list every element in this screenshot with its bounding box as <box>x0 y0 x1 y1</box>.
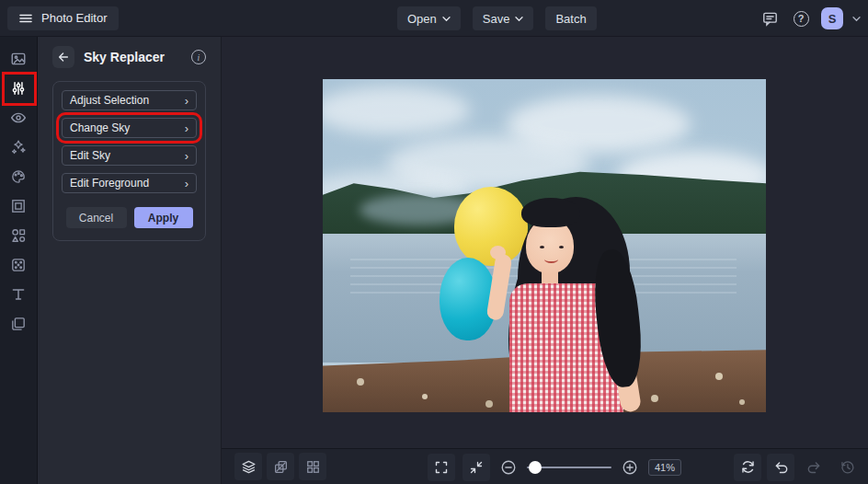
fit-to-screen-button[interactable] <box>463 454 490 481</box>
photo-canvas[interactable] <box>323 79 766 412</box>
panel-actions: Cancel Apply <box>62 207 197 228</box>
change-sky-button[interactable]: Change Sky › <box>62 118 197 138</box>
zoom-slider[interactable] <box>527 467 611 468</box>
zoom-controls: 41% <box>428 449 681 484</box>
info-button[interactable]: i <box>191 50 206 64</box>
templates-grid-button[interactable] <box>299 453 326 480</box>
reset-button[interactable] <box>734 454 761 481</box>
rail-item-text[interactable] <box>2 282 35 307</box>
adjust-selection-button[interactable]: Adjust Selection › <box>62 90 197 110</box>
rail-item-layers[interactable] <box>2 311 35 337</box>
rail-item-edit[interactable] <box>2 46 35 72</box>
text-icon <box>10 286 27 303</box>
edit-foreground-button[interactable]: Edit Foreground › <box>62 173 197 193</box>
graphics-shapes-icon <box>10 227 27 244</box>
sky-replacer-options-card: Adjust Selection › Change Sky › Edit Sky… <box>52 81 206 241</box>
tool-rail <box>0 37 38 484</box>
layers-copies-icon <box>10 316 27 332</box>
info-icon: i <box>191 50 206 64</box>
open-button[interactable]: Open <box>397 6 461 30</box>
user-avatar[interactable]: S <box>821 7 843 29</box>
zoom-percentage[interactable]: 41% <box>648 459 681 476</box>
back-button[interactable] <box>52 46 74 68</box>
minus-circle-icon <box>500 459 517 476</box>
transform-resize-icon <box>273 459 289 475</box>
history-controls <box>734 449 861 484</box>
topbar-right: ? S <box>759 0 861 37</box>
adjust-sliders-icon <box>10 80 27 97</box>
hamburger-menu-icon <box>18 11 33 26</box>
account-chevron-down-icon[interactable] <box>852 16 861 22</box>
undo-button[interactable] <box>767 454 794 481</box>
main-menu-button[interactable]: Photo Editor <box>7 6 119 30</box>
chevron-down-icon <box>442 16 451 22</box>
rail-item-frames[interactable] <box>2 193 35 219</box>
app-title: Photo Editor <box>41 11 108 25</box>
help-button[interactable]: ? <box>790 7 812 29</box>
plus-circle-icon <box>622 459 638 476</box>
refresh-icon <box>740 459 756 475</box>
chat-icon <box>762 11 778 27</box>
panel-title: Sky Replacer <box>84 50 165 64</box>
hand <box>490 246 506 259</box>
fullscreen-button[interactable] <box>428 454 455 481</box>
rail-item-artsy[interactable] <box>2 164 35 190</box>
eye <box>559 246 564 248</box>
rail-item-graphics[interactable] <box>2 223 35 248</box>
artsy-palette-icon <box>10 168 27 185</box>
history-clock-icon <box>839 459 855 475</box>
chevron-right-icon: › <box>185 178 188 190</box>
pebbles <box>323 355 325 357</box>
layers-stack-icon <box>241 459 257 475</box>
rail-item-touchup[interactable] <box>2 105 35 131</box>
chevron-down-icon <box>515 16 523 22</box>
frames-icon <box>10 198 27 214</box>
panel-header: Sky Replacer i <box>38 37 221 77</box>
chevron-right-icon: › <box>185 150 188 162</box>
sky-replacer-panel: Sky Replacer i Adjust Selection › Change… <box>38 37 222 484</box>
arrow-left-icon <box>57 51 70 63</box>
overlays-texture-icon <box>10 257 27 273</box>
eye <box>540 246 544 248</box>
layers-panel-button[interactable] <box>234 453 262 480</box>
file-actions: Open Save Batch <box>397 6 597 30</box>
cloud <box>323 86 470 134</box>
rail-item-adjust[interactable] <box>2 75 35 101</box>
redo-button[interactable] <box>800 454 828 481</box>
redo-icon <box>806 459 822 475</box>
hair-bangs <box>521 198 580 227</box>
maximize-icon <box>434 460 449 475</box>
cancel-button[interactable]: Cancel <box>66 207 127 228</box>
resize-button[interactable] <box>267 453 294 480</box>
undo-icon <box>773 459 789 475</box>
photo-editor-app: Photo Editor Open Save Batch ? S <box>0 0 868 484</box>
zoom-out-button[interactable] <box>497 456 520 478</box>
feedback-chat-button[interactable] <box>759 7 781 29</box>
question-mark-icon: ? <box>794 11 809 27</box>
bottombar: 41% <box>222 448 868 484</box>
topbar: Photo Editor Open Save Batch ? S <box>0 0 868 37</box>
canvas-area <box>222 37 868 448</box>
edit-sky-button[interactable]: Edit Sky › <box>62 145 197 166</box>
zoom-slider-knob[interactable] <box>529 461 542 474</box>
apply-button[interactable]: Apply <box>134 207 193 228</box>
image-icon <box>10 51 27 67</box>
minimize-icon <box>469 460 484 475</box>
zoom-in-button[interactable] <box>619 456 641 478</box>
chevron-right-icon: › <box>185 95 188 107</box>
touchup-eye-icon <box>10 109 27 126</box>
grid-icon <box>305 459 321 475</box>
history-button[interactable] <box>833 454 861 481</box>
effects-sparkle-icon <box>10 139 27 156</box>
rail-item-effects[interactable] <box>2 134 35 160</box>
chevron-right-icon: › <box>185 122 188 134</box>
batch-button[interactable]: Batch <box>545 6 596 30</box>
bottombar-left <box>234 453 326 480</box>
smile <box>544 256 558 263</box>
save-button[interactable]: Save <box>473 6 534 30</box>
rail-item-overlays[interactable] <box>2 252 35 278</box>
